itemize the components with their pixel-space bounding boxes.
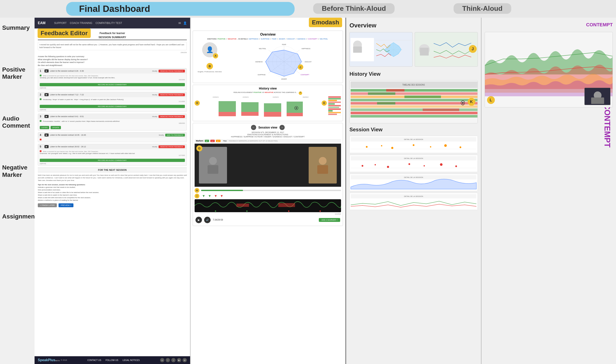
emodash-panel: Emodash Overview EMOTIONS POSITIVE / NEG… xyxy=(190,18,346,364)
legal-notices[interactable]: LEGAL NOTICES xyxy=(123,359,140,361)
twitter-icon[interactable]: t xyxy=(171,358,176,362)
extract-2-remove[interactable]: REMOVE FROM FEEDBACK xyxy=(158,93,185,96)
extract-5-modify[interactable]: Modify xyxy=(152,146,157,148)
badge-k: K xyxy=(468,98,476,106)
extract-1-header: 1 ▶ Listen to the session extract 6:26 -… xyxy=(38,68,187,74)
badge-d: D xyxy=(195,101,200,106)
session-mini-charts: DETAIL DE LA SESSION DETAIL DE LA SES xyxy=(350,136,478,210)
badge-b: B xyxy=(207,63,213,69)
svg-rect-77 xyxy=(368,92,395,95)
extract-3: 3 ▶ Listen to the session extract 9:41 -… xyxy=(38,114,187,130)
copyright: © 2018 xyxy=(61,359,67,361)
update-btn-3[interactable]: UPDATE xyxy=(51,126,61,129)
extract-4-add[interactable]: ADD TO FEEDBACK xyxy=(165,134,185,136)
extract-3-modify[interactable]: Modify xyxy=(152,116,157,117)
extract-5-header: 5 ▶ Listen to the session extract 26:02 … xyxy=(38,144,187,149)
heatmap-svg xyxy=(328,96,341,116)
nav-coach-training[interactable]: COACH TRAINING xyxy=(70,22,92,25)
svg-point-110 xyxy=(455,165,457,167)
contact-us[interactable]: CONTACT US xyxy=(87,359,101,361)
svg-point-98 xyxy=(444,144,447,147)
positive-indicator xyxy=(40,75,42,76)
nav-support[interactable]: SUPPORT xyxy=(54,22,67,25)
audio-optional-2: (optional) xyxy=(40,109,46,110)
session-prev[interactable]: ← xyxy=(251,125,256,130)
finish-later-btn[interactable]: < FINISH LATER xyxy=(38,203,57,207)
history-section: History view FEELING EVOLVEMENT POSITIVE… xyxy=(193,85,343,121)
extract-2-chars: 111/200 xyxy=(40,101,185,103)
svg-rect-85 xyxy=(423,108,459,111)
svg-text:DISGUST: DISGUST xyxy=(305,61,312,63)
extract-2-modify[interactable]: Modify xyxy=(152,94,157,96)
extract-4-play[interactable]: ▶ xyxy=(44,133,49,136)
session-play-btn[interactable]: ▶ xyxy=(196,217,202,223)
audio-record-5[interactable]: RECORD AN AUDIO COMMENTARY xyxy=(40,159,185,162)
overview-section: Overview EMOTIONS POSITIVE / NEGATIVE , … xyxy=(193,31,343,83)
svg-point-89 xyxy=(462,102,464,104)
badge-h-row: H xyxy=(195,188,341,193)
svg-point-106 xyxy=(387,166,389,168)
listen-btn-3[interactable]: LISTEN xyxy=(40,126,49,129)
svg-text:SURPRISE: SURPRISE xyxy=(258,74,266,76)
nav-compatibility[interactable]: COMPATIBILITY TEST xyxy=(96,22,122,25)
user-icon[interactable]: 👤 xyxy=(183,21,187,25)
audio-record-2[interactable]: RECORD AN AUDIO COMMENTARY xyxy=(40,105,185,108)
extract-1-remove[interactable]: REMOVE FROM FEEDBACK xyxy=(158,70,185,72)
message-icon[interactable]: ✉ xyxy=(178,21,181,25)
history-title: History view xyxy=(195,87,341,90)
assignments-text[interactable]: Well it has been an absolute pleasure fo… xyxy=(38,174,187,182)
svg-point-50 xyxy=(215,210,216,212)
person-left-svg xyxy=(207,156,219,174)
extract-5-play[interactable]: ▶ xyxy=(44,145,49,148)
svg-point-105 xyxy=(375,164,376,165)
think-aloud-panel: CONTEMPT CONTEMPT L xyxy=(481,18,616,364)
youtube-icon[interactable]: ▶ xyxy=(177,358,181,362)
svg-rect-48 xyxy=(237,204,249,207)
audio-record-1[interactable]: RECORD AN AUDIO COMMENTARY xyxy=(40,83,185,86)
extract-1-modify[interactable]: Modify xyxy=(152,70,157,72)
extract-1-comment-label: Write a comment for your learner here. B… xyxy=(43,75,98,77)
extract-2: 2 ▶ Listen to the session extract 7:12 -… xyxy=(38,92,187,112)
footer-logo-area: SpeakPlusBETA © 2018 xyxy=(38,358,67,362)
tips-section: Tips for the next session, answer the fo… xyxy=(38,183,187,202)
extract-3-chars: 189/200 xyxy=(40,122,185,124)
svg-rect-41 xyxy=(328,110,333,112)
extract-4-modify[interactable]: Modify xyxy=(159,134,164,136)
svg-point-32 xyxy=(296,107,297,109)
emodash-label: Emodash xyxy=(309,18,342,27)
svg-point-52 xyxy=(288,210,289,212)
preview-btn[interactable]: PREVIEW > xyxy=(58,203,73,207)
svg-rect-120 xyxy=(591,97,604,104)
linkedin-icon[interactable]: in xyxy=(160,358,164,362)
person-right-svg xyxy=(316,156,329,174)
session-next[interactable]: → xyxy=(280,125,285,130)
rss-icon[interactable]: @ xyxy=(182,358,187,362)
svg-rect-86 xyxy=(350,112,477,114)
progress-bar[interactable] xyxy=(201,190,341,191)
overview-row: J xyxy=(350,32,478,67)
extract-3-play[interactable]: ▶ xyxy=(44,115,49,118)
before-panel: Overview xyxy=(346,18,481,364)
extract-1-play[interactable]: ▶ xyxy=(44,69,49,72)
sidebar-assignments: Assignments xyxy=(0,213,35,220)
svg-rect-39 xyxy=(328,107,339,108)
history-dates: 15/NOV 22/NOV 24/NOV 06/DEC xyxy=(201,96,320,98)
summary-text[interactable]: I moved too quickly and next week will n… xyxy=(38,42,187,50)
extract-2-play[interactable]: ▶ xyxy=(44,93,49,96)
session-volume-btn[interactable]: 🔊 xyxy=(204,217,210,223)
positive-indicator-3 xyxy=(40,120,42,122)
timeline-area[interactable] xyxy=(195,199,341,212)
svg-rect-30 xyxy=(287,113,303,116)
extract-4-label: Listen to the session extract 16:35 - 16… xyxy=(50,134,157,136)
mini-chart-4: DETAIL DE LA SESSION xyxy=(350,193,478,210)
emodash-content: Overview EMOTIONS POSITIVE / NEGATIVE , … xyxy=(191,18,345,364)
svg-point-53 xyxy=(320,210,321,212)
follow-us[interactable]: FOLLOW US xyxy=(106,359,118,361)
extract-5-remove[interactable]: REMOVE FROM FEEDBACK xyxy=(158,145,185,148)
extract-3-remove[interactable]: REMOVE FROM FEEDBACK xyxy=(158,115,185,118)
add-marker-btn[interactable]: ADD A MARKER + xyxy=(319,218,340,222)
svg-text:DETAIL DE LA SESSION: DETAIL DE LA SESSION xyxy=(404,195,423,197)
svg-point-93 xyxy=(366,146,368,148)
facebook-icon[interactable]: f xyxy=(166,358,170,362)
extract-5-number: 5 xyxy=(40,145,43,148)
